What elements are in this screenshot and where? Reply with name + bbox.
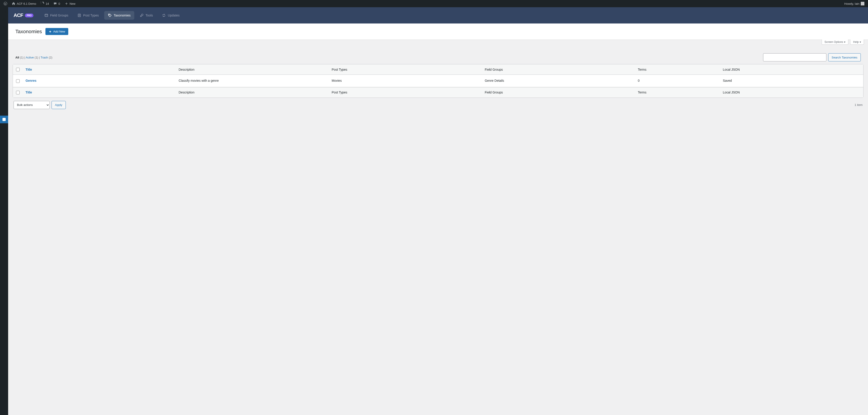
refresh-icon	[162, 13, 166, 18]
sidebar-item[interactable]	[0, 62, 8, 70]
pro-badge: PRO	[25, 13, 33, 18]
filter-active[interactable]: Active	[26, 56, 34, 59]
col-title[interactable]: Title	[26, 68, 32, 71]
bulk-actions-row: Bulk actions Apply 1 item	[13, 101, 864, 109]
search-button[interactable]: Search Taxonomies	[828, 53, 861, 61]
status-filters: All (1) | Active (1) | Trash (2)	[16, 56, 53, 59]
avatar	[861, 2, 864, 5]
sidebar-settings[interactable]	[0, 108, 8, 113]
sidebar-item[interactable]	[0, 54, 8, 62]
svg-rect-6	[2, 110, 6, 111]
col-post-types: Post Types	[329, 64, 482, 75]
chevron-down-icon: ▾	[844, 40, 845, 43]
document-icon	[77, 13, 81, 18]
col-post-types: Post Types	[329, 87, 482, 98]
col-description: Description	[176, 64, 329, 75]
filter-trash[interactable]: Trash	[40, 56, 48, 59]
row-terms: 0	[635, 75, 720, 87]
row-field-groups: Genre Details	[482, 75, 635, 87]
bulk-actions-select[interactable]: Bulk actions	[13, 101, 50, 109]
svg-point-13	[109, 14, 110, 15]
apply-button[interactable]: Apply	[52, 101, 66, 109]
item-count: 1 item	[855, 103, 863, 107]
col-local-json: Local JSON	[720, 64, 863, 75]
col-description: Description	[176, 87, 329, 98]
sidebar-media[interactable]	[0, 31, 8, 39]
page-header: Taxonomies Add New	[8, 24, 868, 40]
nav-tools[interactable]: Tools	[136, 11, 157, 20]
svg-rect-11	[45, 14, 48, 17]
nav-taxonomies[interactable]: Taxonomies	[104, 11, 134, 20]
sidebar-item[interactable]	[0, 70, 8, 77]
col-title[interactable]: Title	[26, 91, 32, 94]
site-name-link[interactable]: ACF 6.1 Demo	[10, 0, 38, 7]
row-post-types: Movies	[329, 75, 482, 87]
updates-link[interactable]: 14	[39, 0, 51, 7]
col-terms: Terms	[635, 87, 720, 98]
row-description: Classify movies with a genre	[176, 75, 329, 87]
comments-link[interactable]: 0	[52, 0, 62, 7]
col-field-groups: Field Groups	[482, 87, 635, 98]
admin-sidebar	[0, 7, 8, 113]
add-new-button[interactable]: Add New	[45, 28, 68, 35]
sidebar-item[interactable]	[0, 16, 8, 24]
nav-field-groups[interactable]: Field Groups	[41, 11, 72, 20]
plus-icon	[49, 30, 52, 33]
new-content-link[interactable]: New	[63, 0, 77, 7]
sidebar-appearance[interactable]	[0, 77, 8, 85]
screen-options-button[interactable]: Screen Options ▾	[822, 39, 848, 45]
col-field-groups: Field Groups	[482, 64, 635, 75]
sidebar-dashboard[interactable]	[0, 8, 8, 16]
sidebar-posts[interactable]	[0, 24, 8, 31]
screen-meta: Screen Options ▾ Help ▾	[8, 39, 868, 45]
table-row: Genres Classify movies with a genre Movi…	[13, 75, 863, 87]
row-local-json: Saved	[720, 75, 863, 87]
sidebar-users[interactable]	[0, 93, 8, 100]
acf-header: ACF PRO Field Groups Post Types Taxonomi…	[8, 7, 868, 24]
row-checkbox[interactable]	[16, 79, 20, 83]
chevron-down-icon: ▾	[860, 40, 861, 43]
sidebar-pages[interactable]	[0, 39, 8, 46]
svg-rect-7	[2, 111, 6, 112]
sidebar-tools[interactable]	[0, 100, 8, 108]
sidebar-plugins[interactable]	[0, 85, 8, 93]
col-local-json: Local JSON	[720, 87, 863, 98]
page-title: Taxonomies	[16, 29, 42, 35]
row-title-link[interactable]: Genres	[26, 79, 36, 82]
svg-rect-8	[2, 113, 6, 113]
taxonomies-table: Title Description Post Types Field Group…	[13, 64, 864, 98]
svg-rect-4	[3, 41, 5, 44]
tag-icon	[108, 13, 112, 18]
filter-all[interactable]: All	[16, 56, 19, 59]
acf-logo[interactable]: ACF PRO	[13, 12, 33, 18]
nav-updates[interactable]: Updates	[158, 11, 183, 20]
select-all-checkbox-bottom[interactable]	[16, 91, 20, 94]
search-input[interactable]	[763, 53, 827, 61]
admin-bar: ACF 6.1 Demo 14 0 New Howdy, Iain	[0, 0, 868, 7]
wp-logo[interactable]	[2, 0, 9, 7]
select-all-checkbox[interactable]	[16, 68, 20, 71]
sidebar-comments[interactable]	[0, 46, 8, 54]
help-button[interactable]: Help ▾	[850, 39, 864, 45]
nav-post-types[interactable]: Post Types	[74, 11, 102, 20]
my-account-link[interactable]: Howdy, Iain	[842, 0, 866, 7]
wrench-icon	[140, 13, 144, 18]
filter-row: All (1) | Active (1) | Trash (2) Search …	[16, 53, 861, 61]
svg-point-5	[3, 95, 5, 96]
layout-icon	[44, 13, 49, 18]
col-terms: Terms	[635, 64, 720, 75]
